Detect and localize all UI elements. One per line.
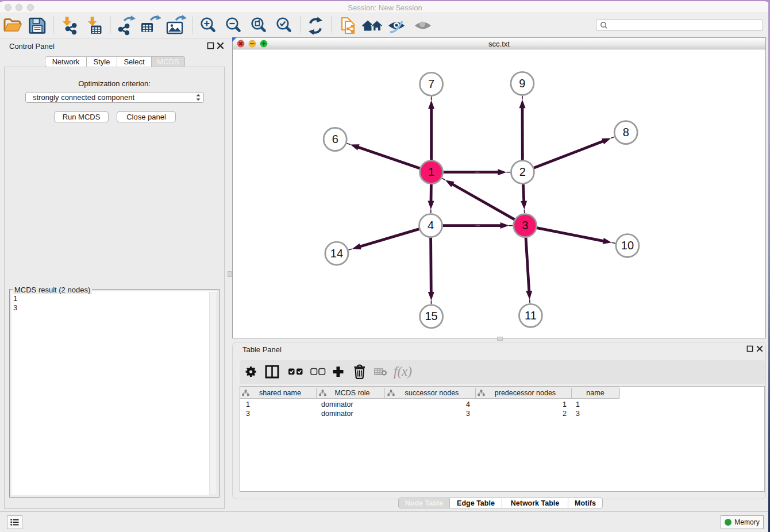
svg-text:f(x): f(x) — [394, 364, 412, 379]
svg-text:7: 7 — [428, 78, 434, 90]
svg-text:3: 3 — [522, 219, 528, 232]
svg-text:10: 10 — [621, 239, 634, 252]
svg-text:6: 6 — [332, 133, 338, 145]
svg-text:15: 15 — [425, 310, 437, 322]
svg-text:4: 4 — [428, 219, 434, 232]
svg-text:11: 11 — [525, 309, 537, 322]
svg-text:2: 2 — [519, 165, 526, 178]
svg-text:14: 14 — [330, 247, 343, 260]
svg-text:1: 1 — [428, 165, 434, 178]
svg-text:9: 9 — [519, 77, 525, 90]
svg-text:8: 8 — [623, 126, 629, 138]
